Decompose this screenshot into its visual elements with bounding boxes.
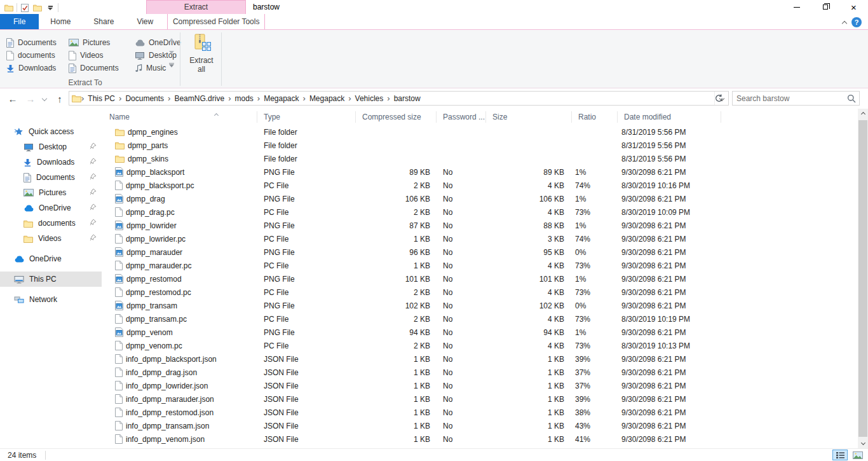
file-row[interactable]: dpmp_blacksport.pc PC File 2 KB No 4 KB …: [102, 179, 858, 192]
breadcrumb-item[interactable]: Megapack: [306, 94, 348, 103]
customize-qat-button[interactable]: [44, 2, 57, 14]
restore-button[interactable]: [811, 0, 839, 14]
scroll-up-button[interactable]: [167, 36, 176, 44]
pin-icon[interactable]: [90, 234, 97, 243]
sidebar-item-documents[interactable]: Documents: [0, 170, 102, 185]
breadcrumb-item[interactable]: BeamNG.drive: [170, 94, 228, 103]
file-row[interactable]: dpmp_blacksport PNG File 89 KB No 89 KB …: [102, 165, 858, 179]
file-row[interactable]: info_dpmp_lowrider.json JSON File 1 KB N…: [102, 379, 858, 392]
refresh-button[interactable]: [711, 91, 726, 106]
sidebar-item-onedrive[interactable]: OneDrive: [0, 200, 102, 216]
blank-file-icon: [115, 421, 123, 430]
file-row[interactable]: dpmp_lowrider.pc PC File 1 KB No 3 KB 74…: [102, 232, 858, 245]
file-row[interactable]: dpmp_drag.pc PC File 2 KB No 4 KB 73% 8/…: [102, 205, 858, 219]
pin-icon[interactable]: [90, 173, 97, 182]
file-row[interactable]: dpmp_transam PNG File 102 KB No 102 KB 0…: [102, 299, 858, 312]
pin-icon[interactable]: [90, 188, 97, 197]
sidebar-item-onedrive[interactable]: OneDrive: [0, 251, 102, 266]
forward-button[interactable]: →: [23, 92, 38, 106]
collapse-ribbon-button[interactable]: [843, 18, 846, 27]
address-box[interactable]: ›This PC›Documents›BeamNG.drive›mods›Meg…: [69, 91, 729, 106]
thumbnails-view-button[interactable]: [850, 450, 865, 460]
extract-all-button[interactable]: Extractall: [184, 34, 219, 74]
breadcrumb-item[interactable]: mods: [231, 94, 257, 103]
up-button[interactable]: ↑: [52, 92, 67, 106]
file-row[interactable]: dpmp_transam.pc PC File 2 KB No 4 KB 73%…: [102, 312, 858, 326]
search-icon[interactable]: [844, 94, 859, 103]
window-title: barstow: [253, 3, 280, 11]
extract-to-documents[interactable]: Documents: [69, 62, 135, 74]
breadcrumb-item[interactable]: barstow: [390, 94, 424, 103]
file-row[interactable]: info_dpmp_drag.json JSON File 1 KB No 1 …: [102, 366, 858, 379]
sidebar-item-videos[interactable]: Videos: [0, 231, 102, 246]
column-header-date-modified[interactable]: Date modified: [618, 111, 721, 123]
search-input[interactable]: [733, 94, 844, 103]
breadcrumb-item[interactable]: Vehicles: [351, 94, 388, 103]
column-header-ratio[interactable]: Ratio: [572, 111, 618, 123]
scrollbar-up-button[interactable]: [858, 109, 868, 120]
extract-all-label: Extractall: [184, 56, 219, 74]
more-destinations-button[interactable]: [167, 61, 176, 69]
file-row[interactable]: dpmp_parts File folder 8/31/2019 5:56 PM: [102, 139, 858, 152]
scroll-down-button[interactable]: [167, 48, 176, 57]
file-row[interactable]: dpmp_venom.pc PC File 2 KB No 4 KB 73% 8…: [102, 339, 858, 352]
recent-locations-button[interactable]: [39, 92, 50, 106]
tab-view[interactable]: View: [125, 14, 165, 29]
help-button[interactable]: ?: [851, 17, 862, 27]
details-view-button[interactable]: [832, 450, 848, 460]
column-header-name[interactable]: Name: [102, 111, 257, 123]
extract-to-documents[interactable]: Documents: [6, 36, 69, 49]
extract-to-documents[interactable]: documents: [6, 49, 69, 62]
breadcrumb-item[interactable]: This PC: [84, 94, 119, 103]
tab-share[interactable]: Share: [82, 14, 125, 29]
column-header-type[interactable]: Type: [257, 111, 356, 123]
file-row[interactable]: dpmp_venom PNG File 94 KB No 94 KB 1% 9/…: [102, 326, 858, 339]
sidebar-item-downloads[interactable]: Downloads: [0, 155, 102, 170]
scrollbar-thumb[interactable]: [858, 120, 867, 437]
pin-icon[interactable]: [90, 219, 97, 228]
breadcrumb-item[interactable]: Documents: [121, 94, 168, 103]
file-row[interactable]: dpmp_skins File folder 8/31/2019 5:56 PM: [102, 152, 858, 165]
file-row[interactable]: info_dpmp_transam.json JSON File 1 KB No…: [102, 419, 858, 432]
file-row[interactable]: dpmp_drag PNG File 106 KB No 106 KB 1% 9…: [102, 192, 858, 205]
sidebar-item-quick-access[interactable]: Quick access: [0, 124, 102, 139]
file-name: info_dpmp_lowrider.json: [126, 382, 208, 390]
file-name: dpmp_marauder: [126, 248, 182, 257]
tab-compressed-folder-tools[interactable]: Compressed Folder Tools: [167, 14, 265, 29]
new-folder-button[interactable]: [31, 2, 44, 14]
sidebar-item-network[interactable]: Network: [0, 292, 102, 307]
file-row[interactable]: dpmp_restomod.pc PC File 2 KB No 4 KB 73…: [102, 286, 858, 299]
extract-to-pictures[interactable]: Pictures: [69, 36, 135, 49]
sidebar-item-documents[interactable]: documents: [0, 216, 102, 231]
tab-home[interactable]: Home: [39, 14, 82, 29]
file-row[interactable]: dpmp_restomod PNG File 101 KB No 101 KB …: [102, 272, 858, 286]
column-header-size[interactable]: Size: [486, 111, 572, 123]
explorer-icon-button[interactable]: [3, 2, 15, 14]
column-header-compressed-size[interactable]: Compressed size: [356, 111, 437, 123]
tab-file[interactable]: File: [0, 14, 39, 29]
file-row[interactable]: dpmp_lowrider PNG File 87 KB No 88 KB 1%…: [102, 219, 858, 232]
file-row[interactable]: info_dpmp_marauder.json JSON File 1 KB N…: [102, 392, 858, 406]
pin-icon[interactable]: [90, 203, 97, 212]
sidebar-item-desktop[interactable]: Desktop: [0, 139, 102, 155]
scrollbar-down-button[interactable]: [858, 437, 868, 448]
file-row[interactable]: dpmp_engines File folder 8/31/2019 5:56 …: [102, 125, 858, 139]
breadcrumb-item[interactable]: Megapack: [260, 94, 302, 103]
sidebar-item-this-pc[interactable]: This PC: [0, 272, 102, 287]
file-row[interactable]: info_dpmp_restomod.json JSON File 1 KB N…: [102, 406, 858, 419]
pin-icon[interactable]: [90, 142, 97, 151]
file-row[interactable]: dpmp_marauder.pc PC File 1 KB No 4 KB 73…: [102, 259, 858, 272]
properties-button[interactable]: [18, 2, 31, 14]
sidebar-item-pictures[interactable]: Pictures: [0, 185, 102, 200]
vertical-scrollbar[interactable]: [858, 109, 868, 448]
file-row[interactable]: info_dpmp_blacksport.json JSON File 1 KB…: [102, 352, 858, 366]
file-row[interactable]: dpmp_marauder PNG File 96 KB No 95 KB 0%…: [102, 245, 858, 259]
close-button[interactable]: ×: [839, 0, 868, 14]
extract-to-downloads[interactable]: Downloads: [6, 62, 69, 74]
minimize-button[interactable]: [782, 0, 811, 14]
extract-to-videos[interactable]: Videos: [69, 49, 135, 62]
file-row[interactable]: info_dpmp_venom.json JSON File 1 KB No 1…: [102, 432, 858, 446]
back-button[interactable]: ←: [5, 92, 20, 106]
column-header-password[interactable]: Password ...: [437, 111, 486, 123]
pin-icon[interactable]: [90, 158, 97, 167]
